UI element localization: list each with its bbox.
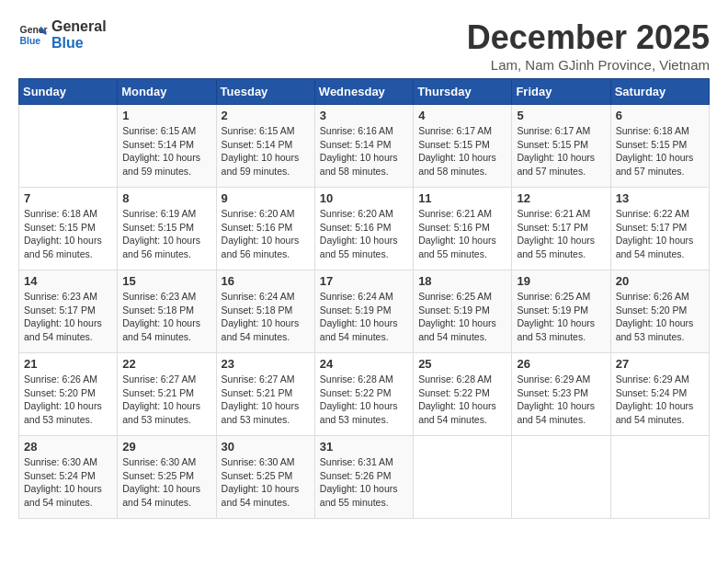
day-number: 19	[517, 274, 605, 288]
calendar-cell: 12Sunrise: 6:21 AM Sunset: 5:17 PM Dayli…	[512, 188, 610, 270]
calendar-cell: 1Sunrise: 6:15 AM Sunset: 5:14 PM Daylig…	[118, 105, 216, 188]
day-number: 9	[222, 191, 310, 205]
day-number: 16	[222, 274, 310, 288]
calendar-week-row: 7Sunrise: 6:18 AM Sunset: 5:15 PM Daylig…	[19, 188, 710, 270]
weekday-header-tuesday: Tuesday	[216, 79, 314, 105]
day-info: Sunrise: 6:16 AM Sunset: 5:14 PM Dayligh…	[320, 124, 408, 178]
day-info: Sunrise: 6:20 AM Sunset: 5:16 PM Dayligh…	[320, 207, 408, 261]
calendar-cell	[19, 105, 118, 188]
weekday-header-monday: Monday	[118, 79, 216, 105]
logo-line2: Blue	[51, 35, 107, 52]
calendar-cell: 7Sunrise: 6:18 AM Sunset: 5:15 PM Daylig…	[19, 188, 118, 270]
day-number: 2	[222, 109, 310, 122]
day-info: Sunrise: 6:25 AM Sunset: 5:19 PM Dayligh…	[517, 290, 605, 344]
day-info: Sunrise: 6:30 AM Sunset: 5:25 PM Dayligh…	[222, 455, 310, 510]
day-number: 13	[616, 191, 704, 205]
calendar-cell: 31Sunrise: 6:31 AM Sunset: 5:26 PM Dayli…	[314, 436, 413, 519]
day-info: Sunrise: 6:15 AM Sunset: 5:14 PM Dayligh…	[122, 124, 210, 178]
logo-line1: General	[51, 18, 107, 35]
calendar-cell	[610, 436, 709, 519]
logo-text-block: GeneralBlue	[51, 18, 107, 51]
day-info: Sunrise: 6:26 AM Sunset: 5:20 PM Dayligh…	[616, 290, 704, 344]
calendar-cell	[414, 436, 512, 519]
calendar-cell: 4Sunrise: 6:17 AM Sunset: 5:15 PM Daylig…	[414, 105, 512, 188]
day-number: 5	[517, 109, 605, 122]
day-info: Sunrise: 6:18 AM Sunset: 5:15 PM Dayligh…	[616, 124, 704, 178]
day-number: 1	[122, 109, 210, 122]
calendar-cell: 22Sunrise: 6:27 AM Sunset: 5:21 PM Dayli…	[118, 353, 216, 436]
day-number: 11	[418, 191, 506, 205]
calendar-cell: 30Sunrise: 6:30 AM Sunset: 5:25 PM Dayli…	[216, 436, 314, 519]
calendar-cell: 5Sunrise: 6:17 AM Sunset: 5:15 PM Daylig…	[512, 105, 610, 188]
calendar-cell: 15Sunrise: 6:23 AM Sunset: 5:18 PM Dayli…	[118, 270, 216, 353]
weekday-header-saturday: Saturday	[610, 79, 709, 105]
calendar-cell: 19Sunrise: 6:25 AM Sunset: 5:19 PM Dayli…	[512, 270, 610, 353]
day-number: 26	[517, 357, 605, 371]
calendar-cell: 18Sunrise: 6:25 AM Sunset: 5:19 PM Dayli…	[414, 270, 512, 353]
calendar-cell: 2Sunrise: 6:15 AM Sunset: 5:14 PM Daylig…	[216, 105, 314, 188]
day-number: 10	[320, 191, 408, 205]
day-info: Sunrise: 6:28 AM Sunset: 5:22 PM Dayligh…	[418, 373, 506, 427]
logo: General Blue GeneralBlue	[18, 18, 107, 51]
day-info: Sunrise: 6:29 AM Sunset: 5:23 PM Dayligh…	[517, 373, 605, 427]
day-number: 7	[24, 191, 112, 205]
day-info: Sunrise: 6:21 AM Sunset: 5:16 PM Dayligh…	[418, 207, 506, 261]
day-number: 21	[24, 357, 112, 371]
day-info: Sunrise: 6:23 AM Sunset: 5:18 PM Dayligh…	[122, 290, 210, 344]
day-info: Sunrise: 6:25 AM Sunset: 5:19 PM Dayligh…	[418, 290, 506, 344]
day-number: 24	[320, 357, 408, 371]
day-info: Sunrise: 6:29 AM Sunset: 5:24 PM Dayligh…	[616, 373, 704, 427]
calendar-cell: 27Sunrise: 6:29 AM Sunset: 5:24 PM Dayli…	[610, 353, 709, 436]
calendar-week-row: 28Sunrise: 6:30 AM Sunset: 5:24 PM Dayli…	[19, 436, 710, 519]
calendar-cell	[512, 436, 610, 519]
calendar-cell: 11Sunrise: 6:21 AM Sunset: 5:16 PM Dayli…	[414, 188, 512, 270]
day-number: 12	[517, 191, 605, 205]
calendar-cell: 20Sunrise: 6:26 AM Sunset: 5:20 PM Dayli…	[610, 270, 709, 353]
weekday-header-thursday: Thursday	[414, 79, 512, 105]
day-info: Sunrise: 6:17 AM Sunset: 5:15 PM Dayligh…	[418, 124, 506, 178]
calendar-cell: 17Sunrise: 6:24 AM Sunset: 5:19 PM Dayli…	[314, 270, 413, 353]
day-number: 30	[222, 440, 310, 454]
day-info: Sunrise: 6:23 AM Sunset: 5:17 PM Dayligh…	[24, 290, 112, 344]
calendar-cell: 3Sunrise: 6:16 AM Sunset: 5:14 PM Daylig…	[314, 105, 413, 188]
day-number: 25	[418, 357, 506, 371]
page-header: General Blue GeneralBlue December 2025 L…	[18, 18, 710, 73]
day-info: Sunrise: 6:19 AM Sunset: 5:15 PM Dayligh…	[122, 207, 210, 261]
day-number: 23	[222, 357, 310, 371]
day-info: Sunrise: 6:30 AM Sunset: 5:24 PM Dayligh…	[24, 455, 112, 510]
weekday-header-row: SundayMondayTuesdayWednesdayThursdayFrid…	[19, 79, 710, 105]
day-number: 27	[616, 357, 704, 371]
day-number: 29	[122, 440, 210, 454]
svg-text:Blue: Blue	[20, 35, 41, 45]
day-number: 18	[418, 274, 506, 288]
calendar-cell: 14Sunrise: 6:23 AM Sunset: 5:17 PM Dayli…	[19, 270, 118, 353]
calendar-cell: 21Sunrise: 6:26 AM Sunset: 5:20 PM Dayli…	[19, 353, 118, 436]
day-number: 4	[418, 109, 506, 122]
calendar-cell: 23Sunrise: 6:27 AM Sunset: 5:21 PM Dayli…	[216, 353, 314, 436]
calendar-table: SundayMondayTuesdayWednesdayThursdayFrid…	[18, 78, 710, 519]
day-info: Sunrise: 6:28 AM Sunset: 5:22 PM Dayligh…	[320, 373, 408, 427]
day-number: 8	[122, 191, 210, 205]
day-info: Sunrise: 6:20 AM Sunset: 5:16 PM Dayligh…	[222, 207, 310, 261]
day-info: Sunrise: 6:27 AM Sunset: 5:21 PM Dayligh…	[222, 373, 310, 427]
day-info: Sunrise: 6:17 AM Sunset: 5:15 PM Dayligh…	[517, 124, 605, 178]
weekday-header-wednesday: Wednesday	[314, 79, 413, 105]
day-info: Sunrise: 6:31 AM Sunset: 5:26 PM Dayligh…	[320, 455, 408, 510]
day-info: Sunrise: 6:26 AM Sunset: 5:20 PM Dayligh…	[24, 373, 112, 427]
logo-icon: General Blue	[18, 20, 48, 50]
calendar-cell: 24Sunrise: 6:28 AM Sunset: 5:22 PM Dayli…	[314, 353, 413, 436]
calendar-cell: 28Sunrise: 6:30 AM Sunset: 5:24 PM Dayli…	[19, 436, 118, 519]
day-number: 17	[320, 274, 408, 288]
day-number: 22	[122, 357, 210, 371]
calendar-cell: 9Sunrise: 6:20 AM Sunset: 5:16 PM Daylig…	[216, 188, 314, 270]
day-number: 3	[320, 109, 408, 122]
calendar-subtitle: Lam, Nam GJinh Province, Vietnam	[467, 57, 710, 73]
calendar-cell: 26Sunrise: 6:29 AM Sunset: 5:23 PM Dayli…	[512, 353, 610, 436]
day-number: 20	[616, 274, 704, 288]
title-block: December 2025 Lam, Nam GJinh Province, V…	[467, 18, 710, 73]
calendar-title: December 2025	[467, 18, 710, 57]
calendar-week-row: 14Sunrise: 6:23 AM Sunset: 5:17 PM Dayli…	[19, 270, 710, 353]
day-info: Sunrise: 6:21 AM Sunset: 5:17 PM Dayligh…	[517, 207, 605, 261]
calendar-cell: 16Sunrise: 6:24 AM Sunset: 5:18 PM Dayli…	[216, 270, 314, 353]
weekday-header-friday: Friday	[512, 79, 610, 105]
